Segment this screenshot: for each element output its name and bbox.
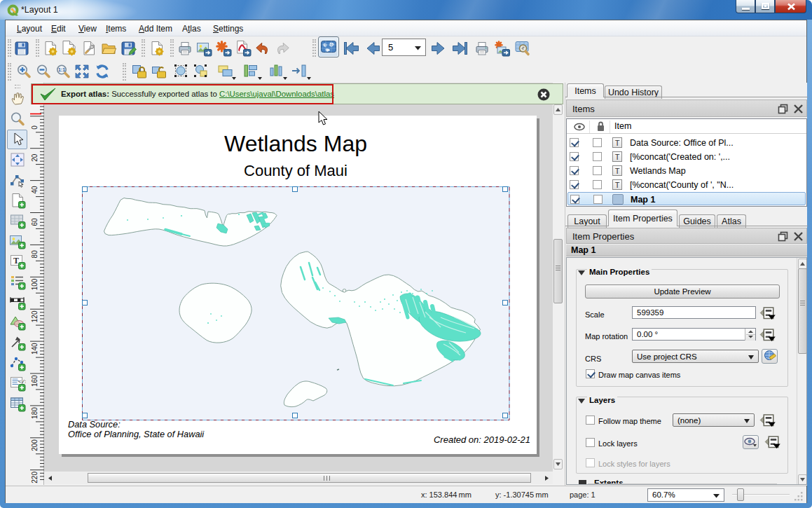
svg-text:0: 0	[31, 125, 39, 130]
svg-text:100: 100	[31, 278, 39, 290]
svg-text:20: 20	[31, 153, 39, 162]
svg-text:200: 200	[31, 439, 39, 451]
svg-text:120: 120	[31, 310, 39, 322]
svg-text:40: 40	[31, 186, 39, 194]
svg-text:180: 180	[31, 407, 39, 419]
svg-text:220: 220	[31, 472, 39, 483]
svg-text:80: 80	[31, 250, 39, 259]
svg-text:</>: </>	[18, 378, 26, 385]
svg-text:160: 160	[31, 375, 39, 387]
svg-text:140: 140	[31, 343, 39, 355]
svg-text:60: 60	[31, 218, 39, 226]
svg-text:1:1: 1:1	[58, 67, 65, 72]
svg-text:T: T	[13, 256, 19, 266]
